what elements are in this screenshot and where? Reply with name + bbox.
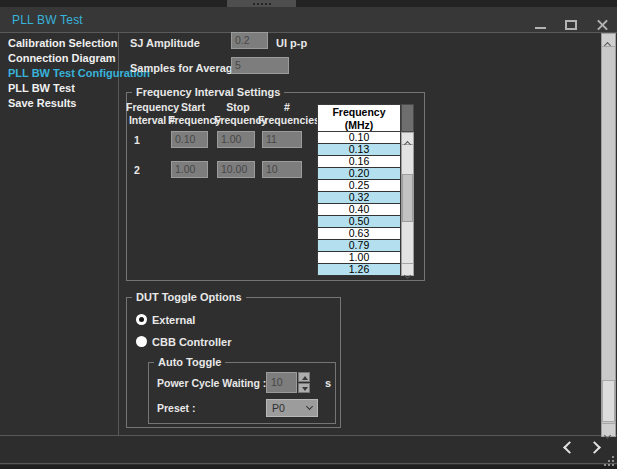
sj-amplitude-unit: UI p-p (276, 37, 307, 49)
frequency-table-scrollbar (401, 104, 414, 276)
interval-1-stop-input[interactable]: 1.00 (217, 131, 255, 148)
titlebar[interactable]: PLL BW Test (0, 7, 617, 33)
minimize-icon (535, 27, 546, 29)
sidebar-item-save-results[interactable]: Save Results (8, 97, 76, 110)
spinner-up-icon (302, 376, 308, 380)
power-cycle-waiting-label: Power Cycle Waiting : (157, 377, 266, 389)
sidebar-item-calibration-selection[interactable]: Calibration Selection (8, 37, 117, 50)
auto-toggle-title: Auto Toggle (154, 356, 225, 368)
maximize-button[interactable] (562, 18, 580, 32)
footer-bar (0, 435, 617, 464)
scrollbar-thumb[interactable] (402, 174, 413, 222)
spinner-down-button[interactable] (298, 383, 310, 393)
sidebar-separator (118, 33, 119, 435)
sidebar-item-pll-bw-test[interactable]: PLL BW Test (8, 82, 75, 95)
window-top-strip (0, 0, 617, 7)
table-row: 1.26 (318, 264, 400, 276)
external-radio[interactable] (136, 314, 147, 325)
interval-2-number: 2 (134, 164, 140, 176)
scroll-up-button[interactable] (401, 132, 414, 145)
drag-handle[interactable] (227, 0, 296, 7)
interval-1-number: 1 (134, 134, 140, 146)
dut-toggle-options-title: DUT Toggle Options (132, 291, 246, 303)
preset-dropdown[interactable]: P0 (266, 399, 318, 417)
cbb-controller-radio-label[interactable]: CBB Controller (152, 336, 231, 348)
main-scrollbar[interactable] (601, 33, 616, 437)
close-button[interactable] (594, 18, 612, 32)
external-radio-label[interactable]: External (152, 314, 195, 326)
sidebar-item-pll-bw-test-configuration[interactable]: PLL BW Test Configuration (8, 67, 150, 80)
minimize-button[interactable] (532, 18, 550, 32)
interval-1-frequencies-input[interactable]: 11 (262, 131, 302, 148)
frequency-interval-settings-title: Frequency Interval Settings (132, 86, 284, 98)
interval-2-frequencies-input[interactable]: 10 (262, 161, 302, 178)
chevron-down-icon (306, 403, 313, 410)
window-title: PLL BW Test (12, 13, 83, 27)
cbb-controller-radio[interactable] (136, 336, 147, 347)
pll-bw-test-window: PLL BW Test Calibration Selection Connec… (0, 0, 617, 469)
drag-handle-dots-icon (253, 3, 255, 5)
interval-2-stop-input[interactable]: 10.00 (217, 161, 255, 178)
main-scrollbar-thumb[interactable] (602, 380, 615, 422)
column-header-stop-frequency: Stop Frequency (214, 101, 262, 127)
frequency-table: 0.10 0.13 0.16 0.20 0.25 0.32 0.40 0.50 … (317, 132, 401, 276)
column-header-start-frequency: Start Frequency (168, 101, 218, 127)
sj-amplitude-input[interactable]: 0.2 (231, 32, 268, 49)
sj-amplitude-label: SJ Amplitude (130, 37, 200, 49)
samples-for-averaging-input[interactable]: 5 (231, 57, 289, 74)
preset-label: Preset : (157, 402, 196, 414)
power-cycle-waiting-input[interactable]: 10 (266, 372, 297, 393)
column-header-num-frequencies: # Frequencies (258, 101, 316, 127)
frequency-table-header: Frequency (MHz) (317, 104, 401, 132)
chevron-up-icon (604, 42, 611, 49)
spinner-up-button[interactable] (298, 372, 310, 382)
power-cycle-waiting-unit: s (325, 377, 331, 389)
scrollbar-cap (401, 104, 414, 132)
resize-grip-icon[interactable] (604, 464, 606, 466)
scroll-down-button[interactable] (401, 263, 414, 276)
interval-2-start-input[interactable]: 1.00 (171, 161, 208, 178)
interval-1-start-input[interactable]: 0.10 (171, 131, 208, 148)
preset-dropdown-value: P0 (272, 402, 285, 414)
main-scroll-up-button[interactable] (602, 34, 615, 47)
window-bottom-strip (0, 465, 617, 469)
maximize-icon (565, 20, 577, 30)
main-scroll-down-button[interactable] (602, 423, 615, 436)
spinner-down-icon (302, 387, 308, 391)
sidebar-item-connection-diagram[interactable]: Connection Diagram (8, 52, 116, 65)
